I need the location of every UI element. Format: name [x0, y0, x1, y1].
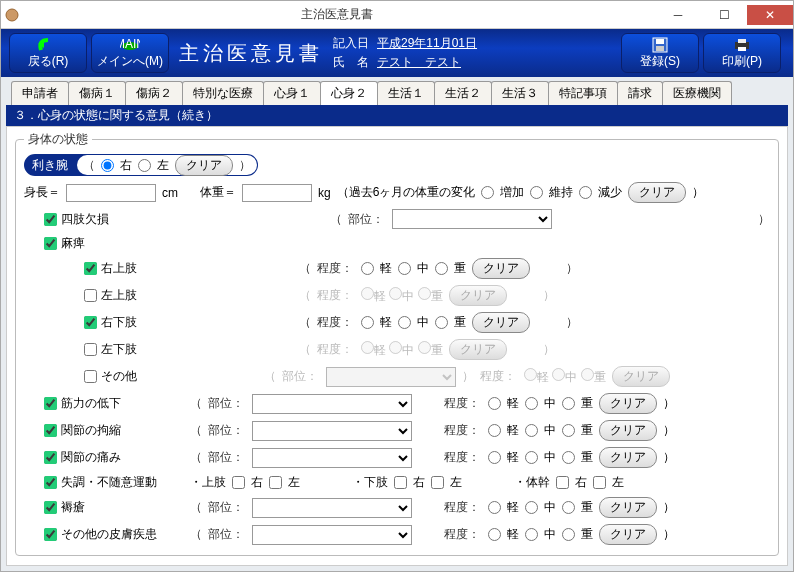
svg-rect-4: [656, 39, 664, 44]
entry-date[interactable]: 平成29年11月01日: [377, 35, 477, 52]
pain-site[interactable]: [252, 448, 412, 468]
rl-heavy[interactable]: [435, 316, 448, 329]
tab-notes[interactable]: 特記事項: [548, 81, 618, 105]
patient-name[interactable]: テスト テスト: [377, 54, 461, 71]
back-button[interactable]: 戻る(R): [9, 33, 87, 73]
rl-clear[interactable]: クリア: [472, 312, 530, 333]
lu-check[interactable]: [84, 289, 97, 302]
arm-left-radio[interactable]: [138, 159, 151, 172]
register-button[interactable]: 登録(S): [621, 33, 699, 73]
tab-institution[interactable]: 医療機関: [662, 81, 732, 105]
limb-loss-check[interactable]: [44, 213, 57, 226]
muscle-light[interactable]: [488, 397, 501, 410]
tab-disease1[interactable]: 傷病１: [68, 81, 126, 105]
save-icon: [652, 37, 668, 53]
ru-mid[interactable]: [398, 262, 411, 275]
tab-body2[interactable]: 心身２: [320, 81, 378, 105]
printer-icon: [733, 38, 751, 52]
other-check[interactable]: [84, 370, 97, 383]
content: 身体の状態 利き腕 （ 右 左 クリア ） 身長＝ cm 体重＝: [6, 126, 788, 566]
ll-check[interactable]: [84, 343, 97, 356]
tab-special[interactable]: 特別な医療: [182, 81, 264, 105]
svg-rect-5: [656, 46, 664, 51]
tab-life1[interactable]: 生活１: [377, 81, 435, 105]
ataxia-lower-r[interactable]: [394, 476, 407, 489]
rl-check[interactable]: [84, 316, 97, 329]
muscle-check[interactable]: [44, 397, 57, 410]
tabs: 申請者 傷病１ 傷病２ 特別な医療 心身１ 心身２ 生活１ 生活２ 生活３ 特記…: [1, 77, 793, 105]
rl-mid[interactable]: [398, 316, 411, 329]
clear-arm[interactable]: クリア: [175, 155, 233, 176]
svg-text:MAIN: MAIN: [120, 38, 140, 51]
main-button[interactable]: MAIN メインへ(M): [91, 33, 169, 73]
ru-light[interactable]: [361, 262, 374, 275]
dominant-arm-group: 利き腕 （ 右 左 クリア ）: [24, 154, 258, 176]
body-fieldset: 身体の状態 利き腕 （ 右 左 クリア ） 身長＝ cm 体重＝: [15, 131, 779, 556]
toolbar: 戻る(R) MAIN メインへ(M) 主治医意見書 記入日平成29年11月01日…: [1, 29, 793, 77]
tab-applicant[interactable]: 申請者: [11, 81, 69, 105]
weight-dec-radio[interactable]: [579, 186, 592, 199]
print-button[interactable]: 印刷(P): [703, 33, 781, 73]
close-button[interactable]: ✕: [747, 5, 793, 25]
weight-inc-radio[interactable]: [481, 186, 494, 199]
muscle-heavy[interactable]: [562, 397, 575, 410]
svg-point-0: [6, 9, 18, 21]
weight-input[interactable]: [242, 184, 312, 202]
tab-life2[interactable]: 生活２: [434, 81, 492, 105]
bedsore-site[interactable]: [252, 498, 412, 518]
tab-life3[interactable]: 生活３: [491, 81, 549, 105]
titlebar: 主治医意見書 ─ ☐ ✕: [1, 1, 793, 29]
tab-billing[interactable]: 請求: [617, 81, 663, 105]
maximize-button[interactable]: ☐: [701, 5, 747, 25]
ataxia-upper-r[interactable]: [232, 476, 245, 489]
doc-title: 主治医意見書: [179, 40, 323, 67]
ll-clear: クリア: [449, 339, 507, 360]
other-site: [326, 367, 456, 387]
arm-right-radio[interactable]: [101, 159, 114, 172]
ataxia-lower-l[interactable]: [431, 476, 444, 489]
tab-body1[interactable]: 心身１: [263, 81, 321, 105]
bedsore-check[interactable]: [44, 501, 57, 514]
contracture-site[interactable]: [252, 421, 412, 441]
tab-disease2[interactable]: 傷病２: [125, 81, 183, 105]
ataxia-trunk-l[interactable]: [593, 476, 606, 489]
limb-loss-site[interactable]: [392, 209, 552, 229]
clear-weight[interactable]: クリア: [628, 182, 686, 203]
ataxia-upper-l[interactable]: [269, 476, 282, 489]
ru-heavy[interactable]: [435, 262, 448, 275]
muscle-site[interactable]: [252, 394, 412, 414]
ataxia-check[interactable]: [44, 476, 57, 489]
app-icon: [5, 8, 19, 22]
paralysis-check[interactable]: [44, 237, 57, 250]
ataxia-trunk-r[interactable]: [556, 476, 569, 489]
ru-clear[interactable]: クリア: [472, 258, 530, 279]
pain-check[interactable]: [44, 451, 57, 464]
muscle-mid[interactable]: [525, 397, 538, 410]
skin-site[interactable]: [252, 525, 412, 545]
svg-rect-8: [738, 47, 746, 51]
rl-light[interactable]: [361, 316, 374, 329]
svg-rect-7: [738, 39, 746, 43]
minimize-button[interactable]: ─: [655, 5, 701, 25]
height-input[interactable]: [66, 184, 156, 202]
contracture-check[interactable]: [44, 424, 57, 437]
fieldset-legend: 身体の状態: [24, 131, 92, 148]
window-title: 主治医意見書: [19, 6, 655, 23]
skin-check[interactable]: [44, 528, 57, 541]
weight-keep-radio[interactable]: [530, 186, 543, 199]
ru-check[interactable]: [84, 262, 97, 275]
section-header: ３．心身の状態に関する意見（続き）: [6, 105, 788, 126]
lu-clear: クリア: [449, 285, 507, 306]
muscle-clear[interactable]: クリア: [599, 393, 657, 414]
meta: 記入日平成29年11月01日 氏 名テスト テスト: [333, 35, 477, 71]
